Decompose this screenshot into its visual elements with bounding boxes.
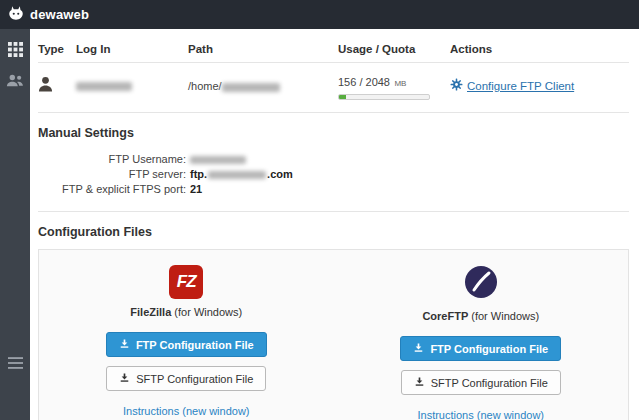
account-person-icon <box>38 78 53 95</box>
gear-icon <box>450 78 463 93</box>
redacted-path <box>222 83 280 92</box>
manual-settings-title: Manual Settings <box>38 126 629 140</box>
dewaweb-brand[interactable]: dewaweb <box>7 4 89 26</box>
coreftp-ftp-config-label: FTP Configuration File <box>430 343 548 355</box>
col-type: Type <box>38 43 76 55</box>
redacted-login <box>76 82 132 91</box>
filezilla-name-line: FileZilla (for Windows) <box>130 306 242 318</box>
filezilla-ftp-config-label: FTP Configuration File <box>136 339 254 351</box>
usage-unit: MB <box>394 79 406 88</box>
filezilla-instructions-link[interactable]: Instructions (new window) <box>123 405 250 417</box>
configuration-files-panel: FZ FileZilla (for Windows) FTP Configura… <box>38 249 629 420</box>
usage-value: 156 / 2048 <box>338 76 390 88</box>
accounts-table-header: Type Log In Path Usage / Quota Actions <box>38 39 629 63</box>
col-path: Path <box>188 43 338 55</box>
usage-progress-fill <box>339 95 346 99</box>
coreftp-column: CoreFTP (for Windows) FTP Configuration … <box>334 265 629 420</box>
ftp-username-label: FTP Username: <box>40 153 190 165</box>
configuration-files-title: Configuration Files <box>38 225 629 239</box>
redacted-ftp-username <box>190 156 246 164</box>
manual-settings-list: FTP Username: FTP server: ftp..com FTP &… <box>40 150 293 198</box>
top-header-bar: dewaweb <box>0 0 639 29</box>
col-login: Log In <box>76 43 188 55</box>
configure-ftp-client-link[interactable]: Configure FTP Client <box>450 78 574 93</box>
main-content: Type Log In Path Usage / Quota Actions <box>30 29 639 420</box>
download-icon <box>119 338 130 351</box>
coreftp-logo-icon <box>464 265 498 303</box>
users-icon[interactable] <box>0 73 30 88</box>
filezilla-sftp-config-label: SFTP Configuration File <box>136 373 253 385</box>
list-icon[interactable] <box>0 357 30 369</box>
section-divider <box>38 211 629 212</box>
coreftp-sftp-config-button[interactable]: SFTP Configuration File <box>401 370 561 395</box>
ftp-accounts-page: dewaweb <box>0 0 639 420</box>
ftp-server-prefix: ftp. <box>190 168 207 180</box>
coreftp-instructions-link[interactable]: Instructions (new window) <box>417 409 544 420</box>
left-sidebar <box>0 29 30 420</box>
dewaweb-logo-icon <box>7 4 25 26</box>
brand-name: dewaweb <box>30 7 89 22</box>
col-usage: Usage / Quota <box>338 43 450 55</box>
path-prefix: /home/ <box>188 80 222 92</box>
ftps-port-label: FTP & explicit FTPS port: <box>40 183 190 195</box>
filezilla-sftp-config-button[interactable]: SFTP Configuration File <box>106 366 266 391</box>
filezilla-name: FileZilla <box>130 306 171 318</box>
grid-icon[interactable] <box>0 42 30 57</box>
coreftp-name-line: CoreFTP (for Windows) <box>422 310 539 322</box>
filezilla-ftp-config-button[interactable]: FTP Configuration File <box>106 332 267 357</box>
filezilla-column: FZ FileZilla (for Windows) FTP Configura… <box>39 265 334 420</box>
col-actions: Actions <box>450 43 629 55</box>
usage-progress-bar <box>338 94 430 100</box>
filezilla-logo-icon: FZ <box>169 265 203 299</box>
download-icon <box>413 342 424 355</box>
coreftp-platform: (for Windows) <box>468 310 539 322</box>
coreftp-sftp-config-label: SFTP Configuration File <box>431 377 548 389</box>
configure-ftp-client-label: Configure FTP Client <box>467 80 574 92</box>
download-icon <box>414 376 425 389</box>
table-row: /home/ 156 / 2048 MB <box>38 63 629 113</box>
coreftp-ftp-config-button[interactable]: FTP Configuration File <box>400 336 561 361</box>
ftp-server-suffix: .com <box>267 168 293 180</box>
filezilla-platform: (for Windows) <box>171 306 242 318</box>
coreftp-name: CoreFTP <box>422 310 468 322</box>
ftp-server-label: FTP server: <box>40 168 190 180</box>
redacted-ftp-server <box>208 171 266 179</box>
ftps-port-value: 21 <box>190 183 202 195</box>
download-icon <box>119 372 130 385</box>
